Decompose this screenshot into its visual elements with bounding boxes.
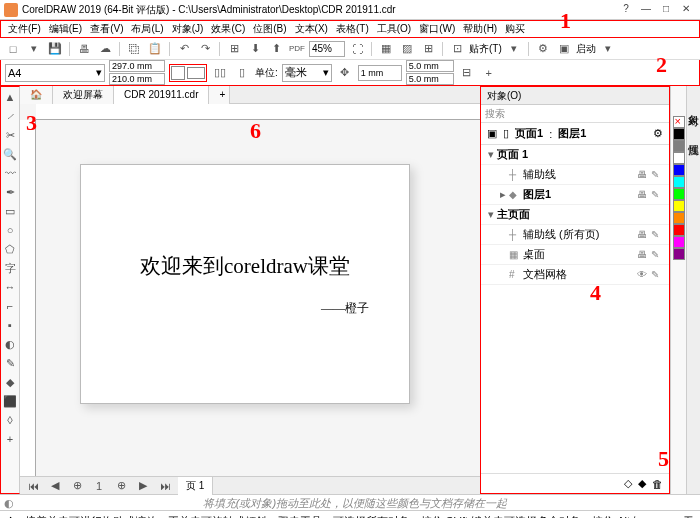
page-tab[interactable]: 页 1: [178, 477, 213, 495]
outline-swatch-icon[interactable]: ▱: [665, 511, 673, 519]
undo-icon[interactable]: ↶: [175, 40, 193, 58]
dup-y-input[interactable]: [406, 73, 454, 85]
tree-guides[interactable]: ┼辅助线🖶✎: [481, 165, 669, 185]
shape-tool-icon[interactable]: ⟋: [2, 108, 18, 124]
text-tool-icon[interactable]: 字: [2, 260, 18, 276]
color-swatch[interactable]: [673, 152, 685, 164]
tab-welcome[interactable]: 欢迎屏幕: [53, 86, 114, 104]
menu-item[interactable]: 表格(T): [333, 22, 372, 36]
pages-icon[interactable]: ▣: [487, 127, 497, 140]
menu-item[interactable]: 编辑(E): [46, 22, 85, 36]
menu-item[interactable]: 位图(B): [250, 22, 289, 36]
color-swatch[interactable]: [673, 248, 685, 260]
save-icon[interactable]: 💾: [46, 40, 64, 58]
color-swatch[interactable]: [673, 140, 685, 152]
cloud-icon[interactable]: ☁: [96, 40, 114, 58]
color-swatch[interactable]: [673, 200, 685, 212]
new-icon[interactable]: □: [4, 40, 22, 58]
no-fill-swatch[interactable]: ×: [673, 116, 685, 128]
snap-icon[interactable]: ⊡: [448, 40, 466, 58]
color-swatch[interactable]: [673, 236, 685, 248]
all-pages-icon[interactable]: ▯▯: [211, 64, 229, 82]
pick-tool-icon[interactable]: ▲: [2, 89, 18, 105]
maximize-button[interactable]: □: [656, 3, 676, 17]
bc-layer[interactable]: 图层1: [558, 126, 586, 141]
bc-page[interactable]: 页面1: [515, 126, 543, 141]
tree-page1[interactable]: ▾页面 1: [481, 145, 669, 165]
search-icon[interactable]: ⊞: [225, 40, 243, 58]
prev-page-icon[interactable]: ◀: [46, 477, 64, 495]
print-icon[interactable]: 🖶: [75, 40, 93, 58]
polygon-tool-icon[interactable]: ⬠: [2, 241, 18, 257]
tree-layer1[interactable]: ▸◆图层1🖶✎: [481, 185, 669, 205]
crop-tool-icon[interactable]: ✂: [2, 127, 18, 143]
page-height-input[interactable]: [109, 73, 165, 85]
launch-icon[interactable]: ▣: [555, 40, 573, 58]
pdf-icon[interactable]: PDF: [288, 40, 306, 58]
color-swatch[interactable]: [673, 176, 685, 188]
color-swatch[interactable]: [673, 212, 685, 224]
add-tool-icon[interactable]: +: [2, 431, 18, 447]
search-input[interactable]: 搜索: [481, 105, 669, 123]
fill-tool-icon[interactable]: ◆: [2, 374, 18, 390]
grid-icon[interactable]: ▨: [398, 40, 416, 58]
panel-options-icon[interactable]: ⚙: [653, 127, 663, 140]
nudge-input[interactable]: [358, 65, 402, 81]
redo-icon[interactable]: ↷: [196, 40, 214, 58]
new-master-layer-icon[interactable]: ◆: [638, 477, 646, 490]
page-size-combo[interactable]: A4▾: [5, 64, 105, 82]
add-preset-icon[interactable]: +: [480, 64, 498, 82]
tree-guides-all[interactable]: ┼辅助线 (所有页)🖶✎: [481, 225, 669, 245]
color-swatch[interactable]: [673, 128, 685, 140]
new-layer-icon[interactable]: ◇: [624, 477, 632, 490]
first-page-icon[interactable]: ⏮: [24, 477, 42, 495]
launch-label[interactable]: 启动: [576, 42, 596, 56]
close-button[interactable]: ✕: [676, 3, 696, 17]
freehand-tool-icon[interactable]: 〰: [2, 165, 18, 181]
tab-home-icon[interactable]: 🏠: [20, 86, 53, 104]
menu-item[interactable]: 对象(J): [169, 22, 207, 36]
landscape-button[interactable]: [187, 67, 205, 79]
tab-file[interactable]: CDR 201911.cdr: [114, 86, 209, 104]
help-icon[interactable]: ?: [616, 3, 636, 17]
minimize-button[interactable]: —: [636, 3, 656, 17]
tree-desktop[interactable]: ▦桌面🖶✎: [481, 245, 669, 265]
portrait-button[interactable]: [171, 66, 185, 80]
transparency-tool-icon[interactable]: ◐: [2, 336, 18, 352]
open-icon[interactable]: ▾: [25, 40, 43, 58]
menu-item[interactable]: 查看(V): [87, 22, 126, 36]
options-icon[interactable]: ⚙: [534, 40, 552, 58]
export-icon[interactable]: ⬆: [267, 40, 285, 58]
guides-icon[interactable]: ⊞: [419, 40, 437, 58]
fill-swatch-icon[interactable]: ◇: [647, 511, 655, 519]
unit-combo[interactable]: 毫米▾: [282, 64, 332, 82]
menu-item[interactable]: 文本(X): [292, 22, 331, 36]
color-swatch[interactable]: [673, 224, 685, 236]
menu-item[interactable]: 窗口(W): [416, 22, 458, 36]
dup-x-input[interactable]: [406, 60, 454, 72]
color-swatch[interactable]: [673, 188, 685, 200]
parallel-dim-tool-icon[interactable]: ↔: [2, 279, 18, 295]
fullscreen-icon[interactable]: ⛶: [348, 40, 366, 58]
menu-item[interactable]: 效果(C): [208, 22, 248, 36]
shadow-tool-icon[interactable]: ▪: [2, 317, 18, 333]
eyedropper-tool-icon[interactable]: ✎: [2, 355, 18, 371]
tree-master[interactable]: ▾主页面: [481, 205, 669, 225]
ellipse-tool-icon[interactable]: ○: [2, 222, 18, 238]
menu-item[interactable]: 文件(F): [5, 22, 44, 36]
snap-label[interactable]: 贴齐(T): [469, 42, 502, 56]
delete-layer-icon[interactable]: 🗑: [652, 478, 663, 490]
color-swatch[interactable]: [673, 164, 685, 176]
snap-drop-icon[interactable]: ▾: [505, 40, 523, 58]
add-page-after-icon[interactable]: ⊕: [112, 477, 130, 495]
menu-item[interactable]: 帮助(H): [460, 22, 500, 36]
outline-tool-icon[interactable]: ◊: [2, 412, 18, 428]
rectangle-tool-icon[interactable]: ▭: [2, 203, 18, 219]
tab-add[interactable]: +: [209, 86, 230, 104]
add-page-before-icon[interactable]: ⊕: [68, 477, 86, 495]
connector-tool-icon[interactable]: ⌐: [2, 298, 18, 314]
menu-item[interactable]: 购买: [502, 22, 528, 36]
color-drop-icon[interactable]: ◐: [4, 495, 14, 510]
menu-item[interactable]: 工具(O): [374, 22, 414, 36]
smart-fill-tool-icon[interactable]: ⬛: [2, 393, 18, 409]
